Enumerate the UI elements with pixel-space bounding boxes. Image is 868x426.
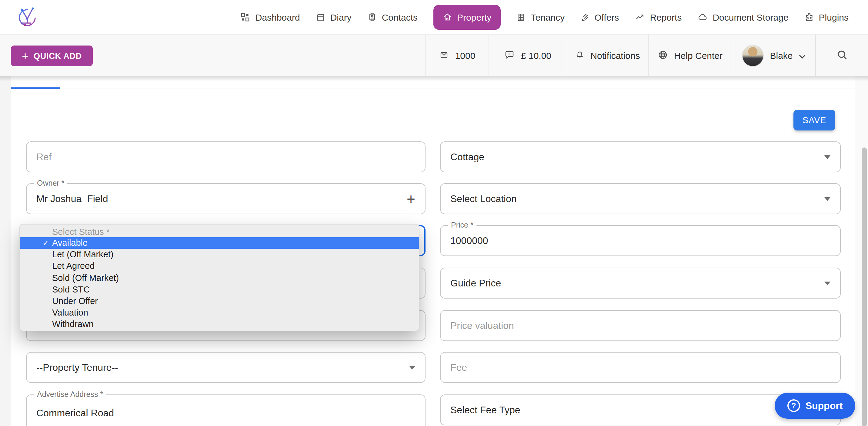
ref-field[interactable]: Ref: [26, 141, 426, 172]
property-tenure-select[interactable]: --Property Tenure--: [26, 352, 426, 383]
nav-label: Document Storage: [713, 12, 788, 22]
tabbar-divider: [11, 88, 855, 89]
nav-label: Reports: [650, 12, 682, 22]
notifications-label: Notifications: [590, 50, 640, 61]
chat-bubble-icon: [505, 50, 515, 61]
support-label: Support: [806, 400, 843, 411]
status-option[interactable]: Under Offer: [20, 295, 419, 307]
price-valuation-placeholder: Price valuation: [451, 320, 514, 331]
price-valuation-field[interactable]: Price valuation: [440, 310, 841, 341]
question-icon: ?: [787, 399, 800, 412]
building-icon: [516, 12, 526, 22]
nav-plugins[interactable]: Plugins: [804, 12, 848, 22]
globe-icon: [658, 50, 668, 62]
nav-document-storage[interactable]: Document Storage: [698, 12, 788, 22]
caret-down-icon: [409, 366, 415, 369]
fee-type-value: Select Fee Type: [451, 404, 520, 416]
nav-label: Property: [457, 12, 491, 22]
price-field[interactable]: Price * 1000000: [440, 225, 841, 256]
left-gutter: [0, 76, 11, 426]
home-icon: [442, 12, 452, 22]
nav-contacts[interactable]: Contacts: [367, 11, 417, 23]
support-button[interactable]: ? Support: [775, 393, 855, 419]
status-option[interactable]: Sold STC: [20, 284, 419, 295]
toolbar-right: 1000 £ 10.00 Notifications Help Center B…: [425, 35, 868, 77]
guide-price-select[interactable]: Guide Price: [440, 267, 841, 299]
save-button[interactable]: SAVE: [794, 110, 835, 131]
advertise-address-label: Advertise Address *: [34, 390, 106, 399]
notifications[interactable]: Notifications: [567, 35, 648, 77]
status-dropdown-header: Select Status *: [20, 227, 419, 237]
nav-items: Dashboard Diary Contacts Property: [240, 4, 868, 29]
owner-label: Owner *: [34, 178, 67, 188]
status-dropdown-menu: Select Status * ✓ Available Let (Off Mar…: [20, 224, 420, 331]
user-name: Blake: [770, 50, 793, 61]
balance[interactable]: £ 10.00: [489, 35, 567, 77]
search-button[interactable]: [815, 35, 868, 77]
status-option[interactable]: Valuation: [20, 307, 419, 319]
price-label: Price *: [448, 220, 476, 230]
app-logo-icon: [16, 5, 39, 32]
nav-property[interactable]: Property: [433, 4, 500, 29]
help-center[interactable]: Help Center: [648, 35, 732, 77]
status-option[interactable]: Let (Off Market): [20, 249, 419, 260]
nav-label: Contacts: [382, 12, 417, 22]
plus-icon: +: [22, 50, 29, 62]
cloud-icon: [698, 12, 708, 22]
mail-count[interactable]: 1000: [425, 35, 489, 77]
nav-label: Plugins: [819, 12, 848, 22]
property-tenure-value: --Property Tenure--: [36, 362, 118, 373]
content-area: SAVE Ref Owner * Mr Joshua Field + --Pro…: [0, 76, 868, 426]
fee-placeholder: Fee: [451, 362, 467, 373]
nav-label: Offers: [594, 12, 619, 22]
caret-down-icon: [824, 155, 830, 159]
vertical-scrollbar[interactable]: [862, 147, 867, 426]
fee-field[interactable]: Fee: [440, 352, 841, 383]
ref-placeholder: Ref: [36, 151, 52, 162]
advertise-address-field[interactable]: Advertise Address * Commerical Road: [26, 394, 426, 426]
location-select[interactable]: Select Location: [440, 183, 841, 214]
advertise-address-value: Commerical Road: [36, 408, 114, 419]
property-type-value: Cottage: [451, 151, 484, 162]
chevron-down-icon: [799, 50, 806, 61]
status-option-available[interactable]: ✓ Available: [20, 237, 419, 249]
nav-tenancy[interactable]: Tenancy: [516, 12, 565, 22]
quick-add-button[interactable]: + QUICK ADD: [11, 46, 93, 66]
bell-icon: [575, 50, 584, 62]
price-value: 1000000: [451, 235, 488, 246]
nav-dashboard[interactable]: Dashboard: [240, 12, 300, 22]
owner-field[interactable]: Owner * Mr Joshua Field +: [26, 183, 426, 214]
nav-label: Diary: [330, 12, 351, 22]
quick-add-label: QUICK ADD: [34, 51, 82, 60]
property-type-select[interactable]: Cottage: [440, 141, 841, 172]
active-tab-indicator: [11, 87, 60, 89]
nav-label: Tenancy: [531, 12, 565, 22]
nav-offers[interactable]: Offers: [580, 12, 619, 22]
caret-down-icon: [824, 197, 830, 201]
owner-value: Mr Joshua Field: [36, 193, 108, 204]
calendar-icon: [316, 12, 326, 22]
contact-card-icon: [367, 11, 377, 23]
status-option[interactable]: Withdrawn: [20, 319, 419, 331]
app-window: Dashboard Diary Contacts Property: [0, 0, 868, 426]
puzzle-icon: [804, 12, 814, 22]
caret-down-icon: [824, 281, 830, 285]
user-menu[interactable]: Blake: [732, 35, 815, 77]
nav-label: Dashboard: [255, 12, 300, 22]
mail-count-value: 1000: [455, 50, 475, 61]
primary-nav: Dashboard Diary Contacts Property: [0, 0, 868, 35]
nav-diary[interactable]: Diary: [316, 12, 351, 22]
status-option[interactable]: Sold (Off Market): [20, 272, 419, 284]
status-option[interactable]: Let Agreed: [20, 261, 419, 272]
trend-up-icon: [634, 12, 645, 22]
offers-icon: [580, 12, 589, 22]
envelope-icon: [439, 50, 449, 61]
card-top-shadow: [0, 76, 868, 81]
toolbar: + QUICK ADD 1000 £ 10.00 Notifications: [0, 34, 868, 77]
location-value: Select Location: [451, 193, 517, 204]
search-icon: [836, 49, 848, 62]
nav-reports[interactable]: Reports: [634, 12, 682, 22]
add-owner-icon[interactable]: +: [407, 192, 415, 206]
avatar: [742, 45, 764, 66]
guide-price-value: Guide Price: [451, 278, 501, 288]
